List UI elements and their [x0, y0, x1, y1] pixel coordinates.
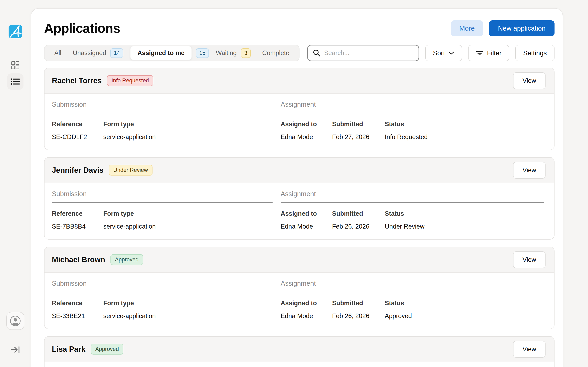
card-body: Submission Reference Form type SE-7BB8B4… — [44, 183, 554, 239]
search-box[interactable] — [307, 45, 419, 61]
tab-all-label: All — [54, 49, 61, 57]
applicant-name: Lisa Park — [52, 345, 86, 354]
tab-waiting[interactable]: Waiting 3 — [210, 45, 256, 61]
submitted-column-header: Submitted — [332, 300, 385, 307]
assigned-to-column-header: Assigned to — [281, 120, 332, 128]
assignment-section-label: Assignment — [281, 100, 544, 113]
card-header: Lisa Park Approved View — [44, 337, 554, 362]
status-column-header: Status — [385, 210, 544, 217]
sidebar-item-grid-view[interactable] — [7, 57, 24, 73]
assigned-to-value: Edna Mode — [281, 223, 332, 230]
tab-assigned-to-me-count: 15 — [196, 48, 209, 58]
reference-value: SE-7BB8B4 — [52, 223, 103, 230]
collapse-sidebar-icon — [10, 345, 20, 354]
sort-button-label: Sort — [433, 49, 445, 57]
status-column-header: Status — [385, 120, 544, 128]
settings-button[interactable]: Settings — [515, 45, 554, 61]
search-icon — [313, 49, 320, 57]
reference-column-header: Reference — [52, 210, 103, 217]
status-value: Under Review — [385, 223, 544, 230]
sidebar-item-list-view[interactable] — [7, 73, 24, 90]
user-avatar-button[interactable] — [6, 312, 24, 330]
page-title: Applications — [44, 21, 120, 36]
application-card: Jennifer Davis Under Review View Submiss… — [44, 157, 554, 240]
filter-button[interactable]: Filter — [468, 45, 509, 61]
assigned-to-column-header: Assigned to — [281, 210, 332, 217]
card-body: Submission Assignment — [44, 362, 554, 367]
card-body: Submission Reference Form type SE-CDD1F2… — [44, 94, 554, 150]
applicant-name: Rachel Torres — [52, 76, 102, 85]
submitted-column-header: Submitted — [332, 210, 385, 217]
assignment-section: Assignment Assigned to Submitted Status … — [281, 280, 544, 320]
reference-column-header: Reference — [52, 120, 103, 128]
form-type-column-header: Form type — [103, 210, 273, 217]
card-header: Michael Brown Approved View — [44, 247, 554, 273]
view-button[interactable]: View — [513, 72, 545, 89]
status-value: Approved — [385, 312, 544, 320]
assigned-to-value: Edna Mode — [281, 312, 332, 320]
status-badge: Approved — [111, 254, 143, 265]
submission-section: Submission Reference Form type SE-7BB8B4… — [52, 190, 273, 230]
submitted-value: Feb 26, 2026 — [332, 223, 385, 230]
tab-complete-label: Complete — [262, 49, 289, 57]
tab-bar: All Unassigned 14 Assigned to me 15 Wait… — [44, 45, 300, 61]
submission-section-label: Submission — [52, 100, 273, 113]
user-avatar-icon — [9, 315, 21, 327]
search-input[interactable] — [324, 49, 414, 57]
sort-button[interactable]: Sort — [425, 45, 462, 61]
form-type-column-header: Form type — [103, 120, 273, 128]
status-badge: Approved — [91, 344, 123, 355]
filter-button-label: Filter — [487, 49, 502, 57]
card-header: Rachel Torres Info Requested View — [44, 68, 554, 94]
tab-unassigned-label: Unassigned — [73, 49, 106, 57]
card-body: Submission Reference Form type SE-33BE21… — [44, 273, 554, 329]
view-button[interactable]: View — [513, 251, 545, 268]
status-value: Info Requested — [385, 133, 544, 141]
settings-button-label: Settings — [523, 49, 547, 57]
assignment-section: Assignment Assigned to Submitted Status … — [281, 100, 544, 141]
application-card: Michael Brown Approved View Submission R… — [44, 247, 554, 329]
view-button[interactable]: View — [513, 341, 545, 358]
list-view-icon — [11, 78, 20, 85]
tab-unassigned-count: 14 — [110, 48, 123, 58]
grid-view-icon — [11, 61, 19, 69]
more-button[interactable]: More — [451, 20, 483, 36]
view-button[interactable]: View — [513, 162, 545, 179]
tab-assigned-to-me[interactable]: Assigned to me 15 — [129, 45, 210, 61]
submission-section: Submission Reference Form type SE-CDD1F2… — [52, 100, 273, 141]
collapse-sidebar-button[interactable] — [10, 345, 20, 354]
form-type-value: service-application — [103, 312, 273, 320]
assignment-section-label: Assignment — [281, 190, 544, 203]
submitted-value: Feb 27, 2026 — [332, 133, 385, 141]
tab-assigned-to-me-label: Assigned to me — [130, 46, 192, 60]
status-column-header: Status — [385, 300, 544, 307]
application-card: Rachel Torres Info Requested View Submis… — [44, 68, 554, 150]
submission-section-label: Submission — [52, 190, 273, 203]
form-type-value: service-application — [103, 133, 273, 141]
card-header: Jennifer Davis Under Review View — [44, 158, 554, 183]
tab-waiting-count: 3 — [241, 48, 251, 58]
applications-panel: Applications More New application All Un… — [31, 8, 563, 367]
chevron-down-icon — [449, 51, 454, 55]
page-header: Applications More New application — [44, 20, 554, 36]
reference-value: SE-33BE21 — [52, 312, 103, 320]
tab-all[interactable]: All — [49, 45, 67, 61]
application-card: Lisa Park Approved View Submission Assig… — [44, 336, 554, 367]
reference-value: SE-CDD1F2 — [52, 133, 103, 141]
status-badge: Under Review — [109, 165, 153, 175]
applicant-name: Michael Brown — [52, 256, 105, 264]
new-application-button[interactable]: New application — [489, 20, 554, 36]
assigned-to-value: Edna Mode — [281, 133, 332, 141]
status-badge: Info Requested — [107, 75, 153, 86]
tab-complete[interactable]: Complete — [256, 45, 295, 61]
submission-section: Submission Reference Form type SE-33BE21… — [52, 280, 273, 320]
submitted-value: Feb 26, 2026 — [332, 312, 385, 320]
reference-column-header: Reference — [52, 300, 103, 307]
filter-icon — [476, 50, 483, 56]
assignment-section-label: Assignment — [281, 280, 544, 292]
form-type-value: service-application — [103, 223, 273, 230]
assignment-section: Assignment Assigned to Submitted Status … — [281, 190, 544, 230]
submission-section-label: Submission — [52, 280, 273, 292]
tab-unassigned[interactable]: Unassigned 14 — [67, 45, 129, 61]
submitted-column-header: Submitted — [332, 120, 385, 128]
